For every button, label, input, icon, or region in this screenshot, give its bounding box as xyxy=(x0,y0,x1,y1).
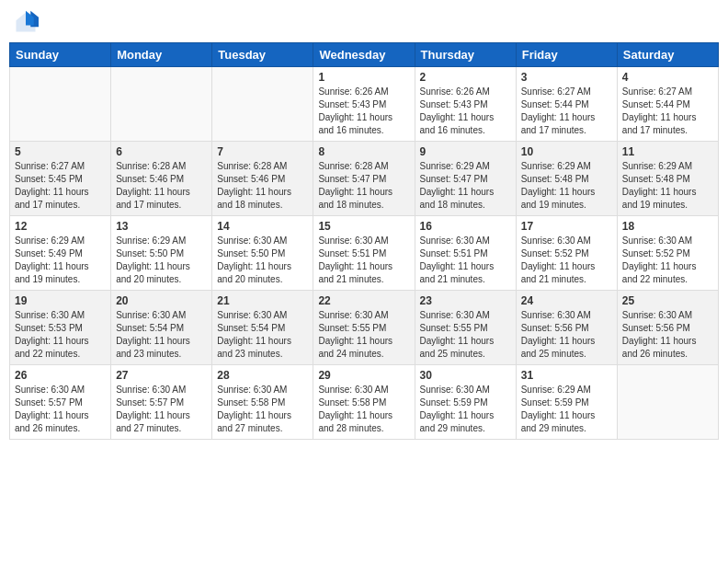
day-info: Sunrise: 6:28 AM Sunset: 5:47 PM Dayligh… xyxy=(318,160,409,212)
calendar-cell: 23Sunrise: 6:30 AM Sunset: 5:55 PM Dayli… xyxy=(415,291,516,365)
calendar-cell: 22Sunrise: 6:30 AM Sunset: 5:55 PM Dayli… xyxy=(313,291,415,365)
calendar-cell: 21Sunrise: 6:30 AM Sunset: 5:54 PM Dayli… xyxy=(212,291,313,365)
calendar-cell: 4Sunrise: 6:27 AM Sunset: 5:44 PM Daylig… xyxy=(617,67,718,142)
day-number: 8 xyxy=(318,145,409,158)
day-info: Sunrise: 6:30 AM Sunset: 5:56 PM Dayligh… xyxy=(521,309,612,361)
day-number: 3 xyxy=(521,71,612,84)
logo-icon xyxy=(13,9,39,35)
calendar-cell: 17Sunrise: 6:30 AM Sunset: 5:52 PM Dayli… xyxy=(516,216,617,291)
calendar-cell xyxy=(111,67,212,142)
calendar-week-1: 1Sunrise: 6:26 AM Sunset: 5:43 PM Daylig… xyxy=(10,67,719,142)
calendar-cell: 12Sunrise: 6:29 AM Sunset: 5:49 PM Dayli… xyxy=(10,216,111,291)
calendar-cell: 19Sunrise: 6:30 AM Sunset: 5:53 PM Dayli… xyxy=(10,291,111,365)
calendar-cell: 28Sunrise: 6:30 AM Sunset: 5:58 PM Dayli… xyxy=(212,365,313,440)
weekday-header-sunday: Sunday xyxy=(10,43,111,67)
calendar-cell: 31Sunrise: 6:29 AM Sunset: 5:59 PM Dayli… xyxy=(516,365,617,440)
calendar-cell: 27Sunrise: 6:30 AM Sunset: 5:57 PM Dayli… xyxy=(111,365,212,440)
day-number: 14 xyxy=(217,220,308,233)
day-info: Sunrise: 6:30 AM Sunset: 5:51 PM Dayligh… xyxy=(420,235,511,286)
calendar-table: SundayMondayTuesdayWednesdayThursdayFrid… xyxy=(9,42,719,440)
day-number: 7 xyxy=(217,145,308,158)
day-number: 27 xyxy=(116,369,207,382)
weekday-header-wednesday: Wednesday xyxy=(313,43,415,67)
day-info: Sunrise: 6:27 AM Sunset: 5:45 PM Dayligh… xyxy=(15,160,106,212)
day-number: 4 xyxy=(622,71,713,84)
day-info: Sunrise: 6:29 AM Sunset: 5:48 PM Dayligh… xyxy=(622,160,713,212)
day-info: Sunrise: 6:28 AM Sunset: 5:46 PM Dayligh… xyxy=(116,160,207,212)
day-number: 23 xyxy=(420,294,511,307)
calendar-cell: 14Sunrise: 6:30 AM Sunset: 5:50 PM Dayli… xyxy=(212,216,313,291)
day-number: 22 xyxy=(318,294,409,307)
day-info: Sunrise: 6:26 AM Sunset: 5:43 PM Dayligh… xyxy=(318,86,409,137)
day-info: Sunrise: 6:28 AM Sunset: 5:46 PM Dayligh… xyxy=(217,160,308,212)
day-number: 30 xyxy=(420,369,511,382)
day-info: Sunrise: 6:30 AM Sunset: 5:52 PM Dayligh… xyxy=(521,235,612,286)
calendar-week-2: 5Sunrise: 6:27 AM Sunset: 5:45 PM Daylig… xyxy=(10,142,719,216)
day-info: Sunrise: 6:30 AM Sunset: 5:59 PM Dayligh… xyxy=(420,384,511,435)
day-info: Sunrise: 6:30 AM Sunset: 5:58 PM Dayligh… xyxy=(217,384,308,435)
day-info: Sunrise: 6:29 AM Sunset: 5:49 PM Dayligh… xyxy=(15,235,106,286)
day-number: 26 xyxy=(15,369,106,382)
day-number: 6 xyxy=(116,145,207,158)
day-number: 2 xyxy=(420,71,511,84)
day-info: Sunrise: 6:29 AM Sunset: 5:48 PM Dayligh… xyxy=(521,160,612,212)
calendar-cell: 29Sunrise: 6:30 AM Sunset: 5:58 PM Dayli… xyxy=(313,365,415,440)
day-info: Sunrise: 6:30 AM Sunset: 5:54 PM Dayligh… xyxy=(116,309,207,361)
day-number: 11 xyxy=(622,145,713,158)
weekday-header-thursday: Thursday xyxy=(415,43,516,67)
weekday-header-row: SundayMondayTuesdayWednesdayThursdayFrid… xyxy=(10,43,719,67)
calendar-cell xyxy=(212,67,313,142)
day-number: 12 xyxy=(15,220,106,233)
day-number: 10 xyxy=(521,145,612,158)
day-info: Sunrise: 6:30 AM Sunset: 5:52 PM Dayligh… xyxy=(622,235,713,286)
weekday-header-friday: Friday xyxy=(516,43,617,67)
day-info: Sunrise: 6:27 AM Sunset: 5:44 PM Dayligh… xyxy=(521,86,612,137)
day-number: 19 xyxy=(15,294,106,307)
calendar-cell: 16Sunrise: 6:30 AM Sunset: 5:51 PM Dayli… xyxy=(415,216,516,291)
calendar-cell: 3Sunrise: 6:27 AM Sunset: 5:44 PM Daylig… xyxy=(516,67,617,142)
day-number: 15 xyxy=(318,220,409,233)
day-info: Sunrise: 6:29 AM Sunset: 5:59 PM Dayligh… xyxy=(521,384,612,435)
day-info: Sunrise: 6:27 AM Sunset: 5:44 PM Dayligh… xyxy=(622,86,713,137)
calendar-week-5: 26Sunrise: 6:30 AM Sunset: 5:57 PM Dayli… xyxy=(10,365,719,440)
calendar-cell: 13Sunrise: 6:29 AM Sunset: 5:50 PM Dayli… xyxy=(111,216,212,291)
day-number: 25 xyxy=(622,294,713,307)
day-info: Sunrise: 6:30 AM Sunset: 5:57 PM Dayligh… xyxy=(15,384,106,435)
calendar-cell: 20Sunrise: 6:30 AM Sunset: 5:54 PM Dayli… xyxy=(111,291,212,365)
day-info: Sunrise: 6:30 AM Sunset: 5:56 PM Dayligh… xyxy=(622,309,713,361)
day-number: 17 xyxy=(521,220,612,233)
day-info: Sunrise: 6:30 AM Sunset: 5:57 PM Dayligh… xyxy=(116,384,207,435)
day-number: 31 xyxy=(521,369,612,382)
day-info: Sunrise: 6:29 AM Sunset: 5:50 PM Dayligh… xyxy=(116,235,207,286)
page-header xyxy=(9,9,719,35)
day-number: 1 xyxy=(318,71,409,84)
calendar-cell: 18Sunrise: 6:30 AM Sunset: 5:52 PM Dayli… xyxy=(617,216,718,291)
calendar-cell: 15Sunrise: 6:30 AM Sunset: 5:51 PM Dayli… xyxy=(313,216,415,291)
calendar-cell: 25Sunrise: 6:30 AM Sunset: 5:56 PM Dayli… xyxy=(617,291,718,365)
calendar-cell: 30Sunrise: 6:30 AM Sunset: 5:59 PM Dayli… xyxy=(415,365,516,440)
day-info: Sunrise: 6:30 AM Sunset: 5:50 PM Dayligh… xyxy=(217,235,308,286)
calendar-cell: 10Sunrise: 6:29 AM Sunset: 5:48 PM Dayli… xyxy=(516,142,617,216)
day-number: 9 xyxy=(420,145,511,158)
day-number: 24 xyxy=(521,294,612,307)
calendar-week-3: 12Sunrise: 6:29 AM Sunset: 5:49 PM Dayli… xyxy=(10,216,719,291)
calendar-cell xyxy=(10,67,111,142)
calendar-cell: 1Sunrise: 6:26 AM Sunset: 5:43 PM Daylig… xyxy=(313,67,415,142)
day-info: Sunrise: 6:30 AM Sunset: 5:51 PM Dayligh… xyxy=(318,235,409,286)
day-number: 16 xyxy=(420,220,511,233)
day-info: Sunrise: 6:30 AM Sunset: 5:55 PM Dayligh… xyxy=(318,309,409,361)
weekday-header-monday: Monday xyxy=(111,43,212,67)
calendar-cell: 2Sunrise: 6:26 AM Sunset: 5:43 PM Daylig… xyxy=(415,67,516,142)
logo xyxy=(13,9,42,35)
calendar-cell: 26Sunrise: 6:30 AM Sunset: 5:57 PM Dayli… xyxy=(10,365,111,440)
day-info: Sunrise: 6:29 AM Sunset: 5:47 PM Dayligh… xyxy=(420,160,511,212)
calendar-cell: 11Sunrise: 6:29 AM Sunset: 5:48 PM Dayli… xyxy=(617,142,718,216)
day-info: Sunrise: 6:30 AM Sunset: 5:53 PM Dayligh… xyxy=(15,309,106,361)
calendar-cell: 24Sunrise: 6:30 AM Sunset: 5:56 PM Dayli… xyxy=(516,291,617,365)
day-number: 5 xyxy=(15,145,106,158)
calendar-cell: 5Sunrise: 6:27 AM Sunset: 5:45 PM Daylig… xyxy=(10,142,111,216)
day-number: 28 xyxy=(217,369,308,382)
day-number: 18 xyxy=(622,220,713,233)
calendar-body: 1Sunrise: 6:26 AM Sunset: 5:43 PM Daylig… xyxy=(10,67,719,440)
weekday-header-saturday: Saturday xyxy=(617,43,718,67)
